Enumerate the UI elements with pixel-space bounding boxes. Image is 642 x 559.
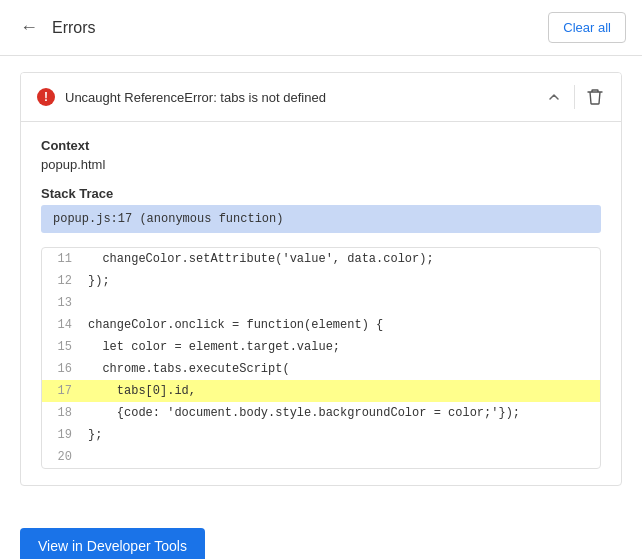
line-code: chrome.tabs.executeScript( <box>80 358 600 380</box>
error-header: ! Uncaught ReferenceError: tabs is not d… <box>21 73 621 122</box>
line-number: 20 <box>42 446 80 468</box>
header-left: ← Errors <box>16 15 96 40</box>
page-title: Errors <box>52 19 96 37</box>
error-card: ! Uncaught ReferenceError: tabs is not d… <box>20 72 622 486</box>
back-button[interactable]: ← <box>16 15 42 40</box>
line-number: 18 <box>42 402 80 424</box>
stack-trace-label: Stack Trace <box>41 186 601 201</box>
line-code <box>80 292 600 296</box>
error-header-left: ! Uncaught ReferenceError: tabs is not d… <box>37 88 326 106</box>
line-code: changeColor.setAttribute('value', data.c… <box>80 248 600 270</box>
line-code: {code: 'document.body.style.backgroundCo… <box>80 402 600 424</box>
code-block: 11 changeColor.setAttribute('value', dat… <box>41 247 601 469</box>
code-line: 12}); <box>42 270 600 292</box>
code-line: 18 {code: 'document.body.style.backgroun… <box>42 402 600 424</box>
line-number: 16 <box>42 358 80 380</box>
code-line: 11 changeColor.setAttribute('value', dat… <box>42 248 600 270</box>
trash-icon <box>587 88 603 106</box>
code-line: 16 chrome.tabs.executeScript( <box>42 358 600 380</box>
line-code: }; <box>80 424 600 446</box>
line-number: 11 <box>42 248 80 270</box>
code-line: 20 <box>42 446 600 468</box>
error-message: Uncaught ReferenceError: tabs is not def… <box>65 90 326 105</box>
delete-button[interactable] <box>585 86 605 108</box>
line-code: tabs[0].id, <box>80 380 600 402</box>
context-label: Context <box>41 138 601 153</box>
code-line: 19}; <box>42 424 600 446</box>
clear-all-button[interactable]: Clear all <box>548 12 626 43</box>
code-line: 17 tabs[0].id, <box>42 380 600 402</box>
line-code: }); <box>80 270 600 292</box>
collapse-button[interactable] <box>544 87 564 107</box>
code-line: 13 <box>42 292 600 314</box>
code-line: 14changeColor.onclick = function(element… <box>42 314 600 336</box>
line-number: 12 <box>42 270 80 292</box>
line-code: changeColor.onclick = function(element) … <box>80 314 600 336</box>
line-number: 14 <box>42 314 80 336</box>
error-header-right <box>544 85 605 109</box>
chevron-up-icon <box>546 89 562 105</box>
stack-trace-bar: popup.js:17 (anonymous function) <box>41 205 601 233</box>
line-number: 19 <box>42 424 80 446</box>
line-number: 15 <box>42 336 80 358</box>
view-devtools-button[interactable]: View in Developer Tools <box>20 528 205 559</box>
line-number: 13 <box>42 292 80 314</box>
line-code: let color = element.target.value; <box>80 336 600 358</box>
content: ! Uncaught ReferenceError: tabs is not d… <box>0 56 642 518</box>
line-code <box>80 446 600 450</box>
header: ← Errors Clear all <box>0 0 642 56</box>
error-detail: Context popup.html Stack Trace popup.js:… <box>21 122 621 485</box>
code-line: 15 let color = element.target.value; <box>42 336 600 358</box>
vertical-divider <box>574 85 575 109</box>
error-icon: ! <box>37 88 55 106</box>
code-lines: 11 changeColor.setAttribute('value', dat… <box>42 248 600 468</box>
footer: View in Developer Tools <box>0 518 642 559</box>
context-value: popup.html <box>41 157 601 172</box>
line-number: 17 <box>42 380 80 402</box>
